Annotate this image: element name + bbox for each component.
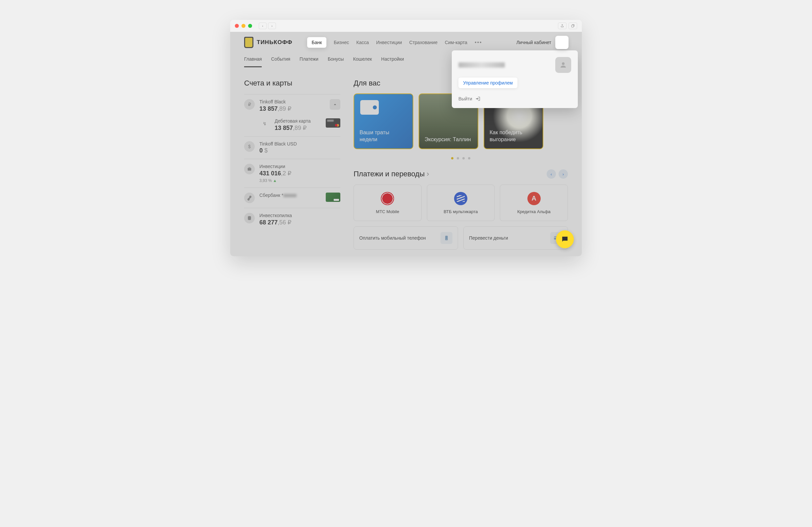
chat-fab[interactable] [556, 230, 574, 248]
sub-nav-settings[interactable]: Настройки [381, 56, 404, 67]
carousel-dots [353, 157, 568, 160]
svg-rect-0 [571, 25, 574, 28]
brand-logo[interactable]: ТИНЬКОФФ [244, 37, 293, 48]
account-tinkoff-usd[interactable]: $ Tinkoff Black USD 0 $ [244, 136, 340, 159]
sub-nav-main[interactable]: Главная [244, 56, 262, 67]
person-icon [559, 61, 567, 69]
minimize-window-button[interactable] [242, 24, 245, 28]
svg-rect-7 [563, 238, 567, 239]
svg-point-4 [446, 239, 447, 240]
masked-digits [283, 194, 296, 197]
ruble-icon: ₽ [244, 99, 255, 110]
svg-rect-8 [563, 239, 566, 240]
account-name: Tinkoff Black USD [259, 141, 340, 147]
account-investments[interactable]: Инвестиции 431 016,2 ₽ 3,93 % ▲ [244, 159, 340, 187]
alfa-logo-icon: A [527, 192, 541, 205]
briefcase-icon [244, 164, 255, 174]
browser-back-button[interactable]: ‹ [259, 22, 267, 29]
browser-chrome: ‹ › [230, 20, 582, 32]
close-window-button[interactable] [235, 24, 239, 28]
cabinet-link[interactable]: Личный кабинет [517, 40, 551, 45]
wallet-icon [360, 100, 379, 115]
carousel-dot[interactable] [468, 157, 470, 160]
shield-icon [244, 37, 253, 48]
dollar-icon: $ [244, 141, 255, 152]
sub-nav-bonus[interactable]: Бонусы [328, 56, 344, 67]
maximize-window-button[interactable] [248, 24, 252, 28]
account-name: Tinkoff Black [259, 99, 325, 104]
sub-nav-events[interactable]: События [271, 56, 290, 67]
carousel-dot[interactable] [451, 157, 453, 160]
brand-text: ТИНЬКОФФ [257, 39, 293, 46]
chevron-up-icon [333, 102, 337, 107]
chevron-down-icon [560, 40, 564, 45]
account-name: Инвесткопилка [259, 213, 340, 218]
top-nav-insurance[interactable]: Страхование [409, 40, 437, 45]
account-name: Сбербанк * [259, 193, 321, 198]
sub-nav-wallet[interactable]: Кошелек [353, 56, 372, 67]
logout-icon [475, 96, 481, 102]
phone-icon [440, 232, 452, 244]
sidebar-title: Счета и карты [244, 79, 340, 88]
browser-forward-button[interactable]: › [268, 22, 276, 29]
payment-vtb[interactable]: ВТБ мультикарта [427, 185, 495, 221]
svg-point-1 [562, 62, 565, 65]
chat-icon [561, 235, 569, 243]
payment-mts[interactable]: МТС Mobile [353, 185, 422, 221]
promo-card-spending[interactable]: Ваши траты недели [353, 93, 413, 149]
profile-dropdown: Управление профилем Выйти [452, 50, 578, 108]
top-nav-sim[interactable]: Сим-карта [445, 40, 467, 45]
logout-button[interactable]: Выйти [459, 96, 571, 102]
profile-name-redacted [459, 62, 505, 67]
stack-icon [244, 213, 255, 223]
tabs-button[interactable] [568, 22, 577, 29]
collapse-button[interactable] [330, 99, 340, 110]
payments-carousel-nav: ‹ › [547, 169, 568, 179]
app-content: ТИНЬКОФФ Банк Бизнес Касса Инвестиции Ст… [230, 32, 582, 256]
payment-alfa[interactable]: A Кредитка Альфа [500, 185, 568, 221]
card-thumbnail-visa [326, 193, 340, 202]
top-header: ТИНЬКОФФ Банк Бизнес Касса Инвестиции Ст… [230, 32, 582, 53]
link-icon [244, 193, 255, 203]
action-transfer-money[interactable]: Перевести деньги [463, 226, 568, 250]
logout-label: Выйти [459, 96, 472, 102]
sub-nav-payments[interactable]: Платежи [300, 56, 318, 67]
payment-providers: МТС Mobile ВТБ мультикарта A Кредитка Ал… [353, 185, 568, 221]
profile-dropdown-toggle[interactable] [556, 36, 568, 48]
accounts-sidebar: Счета и карты ₽ Tinkoff Black 13 857,89 … [244, 79, 340, 250]
payment-actions: Оплатить мобильный телефон Перевести ден… [353, 226, 568, 250]
mts-logo-icon [381, 192, 394, 205]
carousel-dot[interactable] [462, 157, 465, 160]
share-button[interactable] [558, 22, 567, 29]
carousel-dot[interactable] [457, 157, 459, 160]
top-nav-more[interactable]: ••• [475, 40, 482, 45]
top-nav-business[interactable]: Бизнес [334, 40, 349, 45]
bolt-icon: ↯ [259, 118, 270, 129]
avatar-placeholder [555, 57, 571, 73]
top-nav: Банк Бизнес Касса Инвестиции Страхование… [307, 37, 482, 48]
browser-window: ‹ › ТИНЬКОФФ Банк Бизнес Касса Инвестици… [230, 20, 582, 256]
account-name: Инвестиции [259, 164, 340, 169]
window-controls [235, 24, 252, 28]
top-nav-invest[interactable]: Инвестиции [376, 40, 402, 45]
top-nav-bank[interactable]: Банк [307, 37, 327, 48]
carousel-prev-button[interactable]: ‹ [547, 169, 556, 179]
vtb-logo-icon [454, 192, 467, 205]
action-pay-mobile[interactable]: Оплатить мобильный телефон [353, 226, 458, 250]
account-name: Дебетовая карта [275, 118, 321, 124]
account-sberbank[interactable]: Сбербанк * [244, 187, 340, 208]
account-tinkoff-black[interactable]: ₽ Tinkoff Black 13 857,89 ₽ [244, 94, 340, 117]
browser-nav-arrows: ‹ › [259, 22, 276, 29]
account-debit-card[interactable]: ↯ Дебетовая карта 13 857,89 ₽ [244, 117, 340, 136]
top-nav-kassa[interactable]: Касса [356, 40, 369, 45]
manage-profile-button[interactable]: Управление профилем [459, 78, 518, 88]
account-investkopilka[interactable]: Инвесткопилка 68 277,56 ₽ [244, 208, 340, 231]
card-thumbnail [326, 118, 340, 127]
up-arrow-icon: ▲ [273, 178, 277, 183]
payments-title[interactable]: Платежи и переводы [353, 170, 429, 178]
carousel-next-button[interactable]: › [559, 169, 568, 179]
